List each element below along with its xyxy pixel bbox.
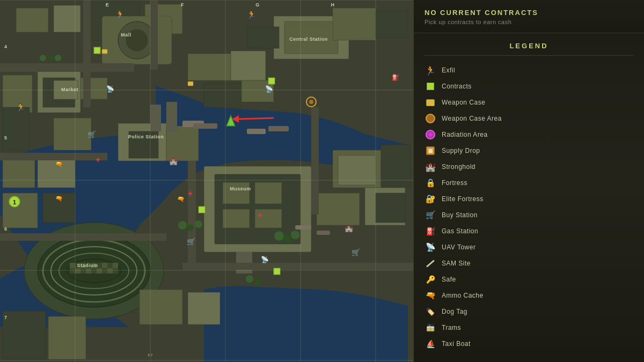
svg-text:📡: 📡 bbox=[106, 85, 114, 93]
svg-rect-47 bbox=[317, 193, 360, 225]
svg-point-97 bbox=[246, 275, 253, 283]
svg-text:🏰: 🏰 bbox=[345, 224, 354, 233]
svg-text:✚: ✚ bbox=[258, 212, 262, 218]
legend-item-taxi-boat: ⛵Taxi Boat bbox=[425, 338, 633, 350]
svg-rect-27 bbox=[188, 54, 231, 80]
legend-item-safe: 🔑Safe bbox=[425, 274, 633, 285]
legend-label-stronghold: Stronghold bbox=[442, 163, 475, 171]
legend-icon-exfil: 🏃 bbox=[425, 64, 436, 76]
legend-item-weapon-case-area: Weapon Case Area bbox=[425, 113, 633, 124]
legend-label-trams: Trams bbox=[442, 324, 461, 331]
svg-rect-86 bbox=[188, 161, 196, 268]
svg-rect-31 bbox=[150, 105, 161, 131]
legend-item-elite-fortress: 🔐Elite Fortress bbox=[425, 193, 633, 205]
legend-section: LEGEND 🏃ExfilContractsWeapon CaseWeapon … bbox=[414, 33, 644, 362]
svg-point-91 bbox=[178, 221, 187, 230]
svg-rect-66 bbox=[75, 268, 80, 274]
svg-rect-35 bbox=[83, 0, 91, 107]
svg-text:📡: 📡 bbox=[261, 255, 269, 263]
legend-icon-buy-station: 🛒 bbox=[425, 209, 436, 221]
svg-text:🏃: 🏃 bbox=[16, 103, 26, 112]
svg-rect-127 bbox=[94, 47, 100, 54]
svg-point-96 bbox=[291, 231, 299, 239]
legend-icon-stronghold: 🏰 bbox=[425, 161, 436, 173]
legend-icon-contracts bbox=[425, 80, 436, 92]
legend-item-uav-tower: 📡UAV Tower bbox=[425, 241, 633, 253]
legend-item-trams: 🚋Trams bbox=[425, 322, 633, 334]
svg-rect-45 bbox=[338, 156, 376, 185]
svg-point-94 bbox=[274, 231, 284, 241]
legend-icon-uav-tower: 📡 bbox=[425, 241, 436, 253]
svg-rect-75 bbox=[188, 292, 220, 324]
svg-point-90 bbox=[55, 55, 61, 61]
svg-text:E: E bbox=[106, 2, 109, 8]
svg-text:6: 6 bbox=[4, 226, 8, 232]
svg-rect-10 bbox=[247, 27, 279, 48]
svg-rect-39 bbox=[223, 182, 250, 204]
svg-text:F7: F7 bbox=[148, 353, 153, 358]
contracts-header: NO CURRENT CONTRACTS Pick up contracts t… bbox=[414, 0, 644, 33]
svg-rect-71 bbox=[102, 268, 107, 274]
legend-label-taxi-boat: Taxi Boat bbox=[442, 340, 471, 348]
legend-icon-trams: 🚋 bbox=[425, 322, 436, 334]
svg-rect-49 bbox=[376, 193, 405, 223]
svg-rect-1 bbox=[16, 8, 48, 32]
legend-label-sam-site: SAM Site bbox=[442, 260, 471, 267]
svg-text:🛒: 🛒 bbox=[187, 237, 196, 246]
legend-icon-safe: 🔑 bbox=[425, 274, 436, 285]
svg-rect-65 bbox=[70, 268, 75, 274]
legend-label-ammo-cache: Ammo Cache bbox=[442, 292, 484, 299]
svg-line-132 bbox=[239, 118, 274, 119]
svg-text:1: 1 bbox=[13, 199, 16, 205]
legend-icon-radiation-area bbox=[425, 129, 436, 141]
legend-label-elite-fortress: Elite Fortress bbox=[442, 195, 484, 203]
svg-rect-46 bbox=[381, 145, 411, 188]
svg-text:Police Station: Police Station bbox=[128, 134, 164, 139]
svg-text:Market: Market bbox=[61, 87, 78, 92]
legend-title: LEGEND bbox=[425, 42, 633, 56]
svg-text:5: 5 bbox=[4, 135, 8, 141]
svg-text:🔫: 🔫 bbox=[55, 160, 63, 168]
svg-rect-130 bbox=[274, 268, 280, 275]
legend-icon-weapon-case bbox=[425, 97, 436, 108]
svg-rect-32 bbox=[166, 102, 177, 131]
svg-rect-79 bbox=[193, 123, 217, 129]
legend-icon-fortress: 🔒 bbox=[425, 177, 436, 189]
svg-text:🛒: 🛒 bbox=[87, 130, 97, 139]
svg-rect-73 bbox=[113, 268, 118, 274]
legend-item-radiation-area: Radiation Area bbox=[425, 129, 633, 141]
legend-label-safe: Safe bbox=[442, 276, 456, 283]
legend-icon-supply-drop: ▦ bbox=[425, 145, 436, 157]
svg-rect-81 bbox=[268, 126, 289, 131]
legend-label-weapon-case-area: Weapon Case Area bbox=[442, 115, 502, 122]
legend-item-ammo-cache: 🔫Ammo Cache bbox=[425, 290, 633, 301]
svg-rect-16 bbox=[54, 118, 91, 150]
legend-item-contracts: Contracts bbox=[425, 80, 633, 92]
svg-rect-84 bbox=[0, 233, 166, 241]
legend-label-fortress: Fortress bbox=[442, 179, 467, 187]
svg-rect-56 bbox=[70, 263, 75, 268]
svg-rect-69 bbox=[91, 268, 97, 274]
legend-item-exfil: 🏃Exfil bbox=[425, 64, 633, 76]
svg-text:F: F bbox=[181, 2, 184, 8]
svg-rect-11 bbox=[333, 8, 376, 40]
legend-icon-taxi-boat: ⛵ bbox=[425, 338, 436, 350]
svg-rect-83 bbox=[317, 231, 330, 235]
legend-label-gas-station: Gas Station bbox=[442, 227, 478, 235]
svg-text:📡: 📡 bbox=[265, 85, 273, 93]
legend-item-weapon-case: Weapon Case bbox=[425, 97, 633, 108]
svg-rect-80 bbox=[247, 129, 266, 134]
legend-item-fortress: 🔒Fortress bbox=[425, 177, 633, 189]
svg-rect-29 bbox=[204, 83, 241, 107]
svg-text:✚: ✚ bbox=[96, 157, 100, 163]
svg-point-98 bbox=[254, 278, 261, 285]
svg-rect-12 bbox=[376, 11, 408, 38]
svg-rect-68 bbox=[86, 268, 91, 274]
legend-label-exfil: Exfil bbox=[442, 67, 455, 74]
contracts-title: NO CURRENT CONTRACTS bbox=[425, 9, 633, 17]
svg-rect-36 bbox=[150, 0, 158, 70]
svg-rect-76 bbox=[3, 311, 46, 359]
legend-item-sam-site: SAM Site bbox=[425, 257, 633, 269]
svg-text:⛽: ⛽ bbox=[392, 73, 399, 81]
legend-label-dog-tag: Dog Tag bbox=[442, 308, 467, 315]
